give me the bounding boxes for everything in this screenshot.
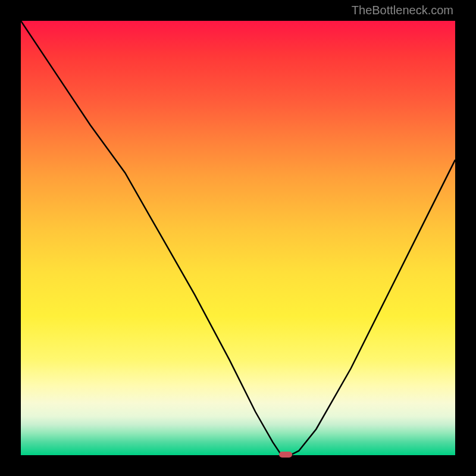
curve-svg — [21, 21, 455, 455]
optimal-marker-icon — [279, 452, 292, 458]
plot-area — [21, 21, 455, 455]
chart-container: TheBottleneck.com — [0, 0, 476, 476]
watermark-text: TheBottleneck.com — [352, 4, 453, 17]
bottleneck-curve-line — [21, 21, 455, 455]
